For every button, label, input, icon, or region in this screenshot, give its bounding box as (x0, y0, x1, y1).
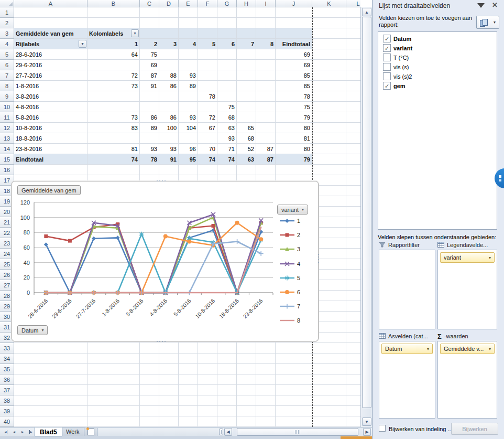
row-header-9[interactable]: 9 (0, 91, 14, 102)
column-labels-filter-button[interactable]: ▾ (131, 29, 139, 37)
zone-field-button-Gemiddelde v...[interactable]: Gemiddelde v...▾ (440, 344, 495, 354)
field-item-vis (s)2[interactable]: vis (s)2 (380, 72, 494, 81)
field-label: variant (393, 45, 412, 51)
pivot-field-list-pane: Lijst met draaitabelvelden ✕ Velden kiez… (372, 0, 504, 439)
vertical-scroll-thumb[interactable] (362, 17, 371, 408)
field-item-T (°C)[interactable]: T (°C) (380, 53, 494, 62)
zone-field-button-Datum[interactable]: Datum▾ (381, 344, 433, 354)
column-header-D[interactable]: D (159, 0, 179, 7)
field-list-view-button[interactable]: ▾ (476, 16, 499, 29)
chart-resize-handle[interactable] (157, 180, 166, 181)
row-header-2[interactable]: 2 (0, 18, 14, 28)
horizontal-scroll-thumb[interactable] (237, 428, 358, 436)
scroll-down-button[interactable]: ▼ (362, 417, 371, 426)
row-header-6[interactable]: 6 (0, 60, 14, 70)
chart-resize-handle[interactable] (318, 254, 319, 263)
field-item-variant[interactable]: ✓variant (380, 44, 494, 52)
field-checkbox[interactable]: ✓ (383, 44, 391, 52)
column-header-C[interactable]: C (140, 0, 159, 7)
field-checkbox[interactable] (383, 63, 391, 71)
row-header-15[interactable]: 15 (0, 154, 14, 165)
row-header-35[interactable]: 35 (0, 364, 14, 374)
tab-split-handle[interactable] (219, 429, 223, 435)
column-header-B[interactable]: B (87, 0, 140, 7)
field-checkbox[interactable] (383, 53, 391, 61)
column-header-J[interactable]: J (276, 0, 312, 7)
pane-menu-icon[interactable] (477, 3, 485, 8)
row-header-10[interactable]: 10 (0, 102, 14, 112)
close-icon[interactable]: ✕ (492, 1, 498, 9)
row-header-39[interactable]: 39 (0, 406, 14, 416)
field-label: T (°C) (393, 55, 409, 61)
chevron-down-icon[interactable]: ▾ (489, 255, 491, 260)
row-header-7[interactable]: 7 (0, 70, 14, 81)
row-header-8[interactable]: 8 (0, 81, 14, 91)
row-header-33[interactable]: 33 (0, 343, 14, 354)
column-header-E[interactable]: E (179, 0, 198, 7)
scroll-up-button[interactable]: ▲ (362, 8, 371, 16)
zone-field-button-variant[interactable]: variant▾ (440, 252, 495, 263)
row-header-37[interactable]: 37 (0, 385, 14, 395)
pivot-chart-field-button-legend[interactable]: variant▾ (277, 205, 308, 215)
column-header-F[interactable]: F (198, 0, 217, 7)
column-header-H[interactable]: H (237, 0, 256, 7)
row-header-34[interactable]: 34 (0, 354, 14, 364)
field-item-gem[interactable]: ✓gem (380, 81, 494, 90)
row-header-36[interactable]: 36 (0, 374, 14, 385)
field-item-Datum[interactable]: ✓Datum (380, 34, 494, 43)
zone-box-3[interactable]: Gemiddelde v...▾ (437, 341, 497, 419)
first-sheet-button[interactable]: ◂ (2, 427, 10, 436)
field-checkbox[interactable] (383, 72, 391, 80)
marker-circle (187, 240, 191, 244)
horizontal-scrollbar[interactable] (233, 428, 363, 436)
row-labels-filter-button[interactable]: ▾ (79, 40, 86, 48)
last-sheet-button[interactable]: ▸ (27, 427, 35, 436)
previous-sheet-button[interactable]: ◂ (10, 427, 18, 436)
defer-layout-checkbox[interactable] (379, 425, 386, 432)
row-header-1[interactable]: 1 (0, 7, 14, 18)
chevron-down-icon[interactable]: ▾ (427, 347, 429, 351)
zone-box-1[interactable]: variant▾ (437, 250, 497, 329)
row-header-40[interactable]: 40 (0, 416, 14, 427)
x-axis-category-label: 27-7-2016 (74, 297, 96, 319)
hscroll-left-button[interactable]: ◀ (224, 428, 232, 436)
row-header-13[interactable]: 13 (0, 133, 14, 144)
field-item-vis (s)[interactable]: vis (s) (380, 62, 494, 71)
vertical-scrollbar[interactable]: ▲ ▼ (360, 7, 372, 427)
zone-box-2[interactable]: Datum▾ (379, 341, 435, 419)
marker-diamond (92, 237, 96, 241)
pivot-chart-field-button-value[interactable]: Gemiddelde van gem (17, 185, 81, 195)
column-header-I[interactable]: I (256, 0, 276, 7)
row-header-11[interactable]: 11 (0, 112, 14, 123)
pivot-chart[interactable]: 02040608010012028-6-201629-6-201627-7-20… (12, 181, 319, 341)
sheet-tab-Blad5[interactable]: Blad5 (35, 427, 62, 436)
row-header-16[interactable]: 16 (0, 165, 14, 175)
column-header-K[interactable]: K (312, 0, 346, 7)
field-checkbox[interactable]: ✓ (383, 82, 391, 90)
zone-field-label: Gemiddelde v... (444, 346, 484, 352)
column-header-L[interactable]: L (346, 0, 360, 7)
field-checkbox[interactable]: ✓ (383, 35, 391, 42)
row-header-4[interactable]: 4 (0, 39, 14, 49)
sheet-tab-Werk[interactable]: Werk (61, 427, 84, 436)
row-header-14[interactable]: 14 (0, 144, 14, 154)
pivot-row-label: 1-8-2016 (14, 81, 87, 91)
row-header-38[interactable]: 38 (0, 395, 14, 406)
next-sheet-button[interactable]: ▸ (18, 427, 27, 436)
chevron-down-icon[interactable]: ▾ (489, 347, 491, 351)
hscroll-right-button[interactable]: ▶ (363, 428, 371, 436)
update-button[interactable]: Bijwerken (451, 423, 498, 435)
row-header-12[interactable]: 12 (0, 123, 14, 133)
series-6 (44, 221, 263, 295)
pivot-chart-field-button-axis[interactable]: Datum▾ (17, 325, 48, 335)
insert-worksheet-tab[interactable] (84, 428, 97, 436)
gridline-horizontal (14, 17, 360, 18)
row-header-3[interactable]: 3 (0, 28, 14, 39)
pivot-row-label: 27-7-2016 (14, 70, 87, 80)
column-header-G[interactable]: G (217, 0, 237, 7)
row-header-5[interactable]: 5 (0, 49, 14, 60)
select-all-corner[interactable] (0, 0, 14, 7)
column-header-A[interactable]: A (14, 0, 87, 7)
chart-resize-handle[interactable] (157, 341, 166, 342)
zone-box-0[interactable] (379, 250, 435, 329)
